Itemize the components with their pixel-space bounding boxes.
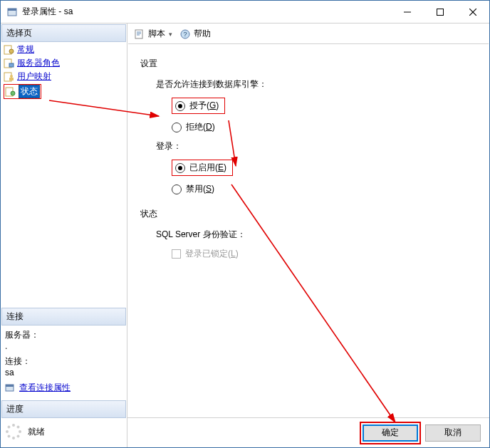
spinner-icon — [5, 423, 22, 440]
radio-disabled[interactable]: 禁用(S) — [172, 183, 476, 195]
left-pane: 选择页 常规 服务器角色 — [1, 24, 127, 447]
nav-label: 用户映射 — [17, 71, 51, 83]
page-icon — [4, 58, 15, 68]
svg-point-18 — [17, 426, 20, 429]
svg-rect-25 — [135, 30, 142, 38]
server-value: . — [5, 341, 123, 351]
nav-item-status[interactable]: 状态 — [1, 83, 127, 100]
help-button[interactable]: ? 帮助 — [179, 28, 211, 40]
svg-rect-3 — [437, 9, 444, 15]
page-icon — [5, 87, 16, 97]
svg-rect-12 — [9, 78, 14, 80]
svg-point-7 — [9, 49, 14, 53]
auth-label: SQL Server 身份验证： — [156, 229, 476, 241]
maximize-button[interactable] — [424, 1, 457, 24]
checkbox-icon — [172, 249, 181, 259]
script-icon — [134, 28, 145, 40]
radio-grant[interactable]: 授予(G) — [172, 98, 225, 114]
svg-rect-9 — [9, 63, 14, 67]
body: 选择页 常规 服务器角色 — [1, 24, 489, 447]
radio-icon — [172, 184, 182, 194]
cancel-button[interactable]: 取消 — [425, 424, 481, 442]
dropdown-caret-icon: ▾ — [169, 31, 172, 38]
help-label: 帮助 — [194, 28, 211, 40]
window-title: 登录属性 - sa — [22, 6, 391, 18]
select-page-header: 选择页 — [1, 24, 126, 42]
svg-point-11 — [10, 75, 13, 78]
close-button[interactable] — [457, 1, 489, 24]
status-header: 状态 — [140, 208, 476, 220]
page-icon — [4, 45, 15, 55]
nav-label: 状态 — [19, 85, 40, 98]
permission-group-label: 是否允许连接到数据库引擎： — [156, 78, 476, 90]
connection-header: 连接 — [1, 308, 126, 325]
help-icon: ? — [179, 28, 191, 40]
settings-header: 设置 — [140, 58, 476, 70]
nav-item-general[interactable]: 常规 — [1, 43, 127, 56]
locked-label: 登录已锁定(L) — [185, 248, 239, 260]
svg-point-21 — [12, 437, 15, 439]
conn-value: sa — [5, 368, 123, 377]
radio-icon — [172, 123, 182, 132]
progress-header: 进度 — [1, 400, 126, 418]
locked-checkbox: 登录已锁定(L) — [172, 248, 476, 260]
footer: 确定 取消 — [127, 417, 489, 447]
content: 设置 是否允许连接到数据库引擎： 授予(G) 拒绝(D) 登录： — [127, 45, 489, 417]
nav-item-user-mapping[interactable]: 用户映射 — [1, 70, 127, 83]
nav-label: 常规 — [17, 43, 34, 56]
radio-disabled-label: 禁用(S) — [186, 183, 214, 195]
nav-label: 服务器角色 — [17, 57, 60, 69]
right-pane: 脚本 ▾ ? 帮助 设置 是否允许连接到数据库引擎： 授予(G) — [127, 24, 489, 447]
login-group-label: 登录： — [156, 140, 476, 152]
svg-rect-1 — [8, 9, 16, 11]
progress-block: 就绪 — [1, 419, 127, 447]
svg-point-17 — [12, 424, 15, 427]
app-icon — [6, 6, 18, 18]
page-icon — [4, 72, 15, 82]
radio-enabled[interactable]: 已启用(E) — [172, 160, 233, 176]
titlebar: 登录属性 - sa — [1, 1, 489, 24]
svg-point-14 — [11, 91, 15, 95]
connection-block: 服务器： . 连接： sa 查看连接属性 — [1, 326, 127, 400]
minimize-button[interactable] — [391, 1, 424, 24]
script-label: 脚本 — [148, 28, 165, 40]
svg-rect-16 — [6, 385, 14, 387]
svg-point-22 — [8, 435, 11, 438]
radio-icon — [175, 101, 185, 111]
radio-enabled-label: 已启用(E) — [189, 162, 226, 174]
view-connection-properties-link[interactable]: 查看连接属性 — [19, 382, 71, 394]
toolbar: 脚本 ▾ ? 帮助 — [128, 24, 489, 44]
radio-grant-label: 授予(G) — [189, 100, 219, 112]
nav-item-server-roles[interactable]: 服务器角色 — [1, 56, 127, 70]
ok-button[interactable]: 确定 — [363, 424, 418, 442]
progress-text: 就绪 — [28, 426, 45, 438]
svg-point-19 — [19, 430, 21, 433]
svg-point-23 — [6, 430, 9, 433]
svg-text:?: ? — [183, 31, 187, 38]
script-button[interactable]: 脚本 ▾ — [134, 28, 172, 40]
conn-properties-icon — [5, 383, 16, 393]
nav-list: 常规 服务器角色 用户映射 — [1, 43, 127, 104]
window: 登录属性 - sa 选择页 常规 — [0, 0, 490, 448]
radio-icon — [175, 163, 185, 173]
svg-point-24 — [8, 426, 11, 429]
conn-label: 连接： — [5, 355, 123, 368]
radio-deny[interactable]: 拒绝(D) — [172, 121, 476, 133]
svg-point-20 — [17, 435, 20, 438]
server-label: 服务器： — [5, 329, 123, 341]
radio-deny-label: 拒绝(D) — [186, 121, 215, 133]
